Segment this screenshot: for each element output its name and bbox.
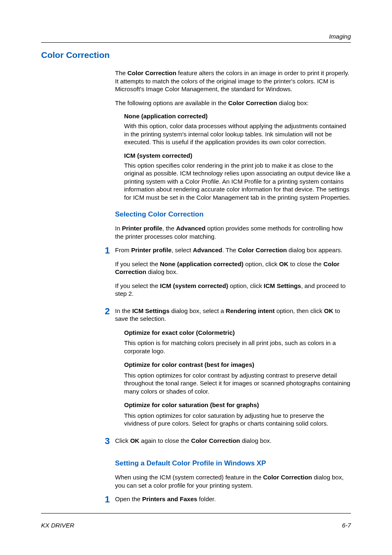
header-rule bbox=[41, 42, 351, 43]
step-para: Open the Printers and Faxes folder. bbox=[115, 495, 351, 503]
bold-text: OK bbox=[324, 307, 334, 314]
step-2: 2 In the ICM Settings dialog box, select… bbox=[105, 307, 351, 433]
option-title: Optimize for exact color (Colormetric) bbox=[124, 329, 351, 337]
bold-text: Printer profile bbox=[122, 225, 162, 232]
bold-text: Rendering intent bbox=[226, 307, 274, 314]
option-body: This option optimizes for color contrast… bbox=[124, 371, 351, 396]
intro-para-1: The Color Correction feature alters the … bbox=[115, 69, 351, 93]
text: option, click bbox=[244, 260, 279, 267]
text: dialog box: bbox=[277, 99, 309, 106]
text: In bbox=[115, 225, 122, 232]
bold-text: OK bbox=[279, 260, 288, 267]
text: If you select the bbox=[115, 260, 160, 267]
text: , the bbox=[162, 225, 176, 232]
text: If you select the bbox=[115, 282, 160, 289]
bold-text: Color Correction bbox=[127, 69, 176, 76]
text: The bbox=[115, 69, 127, 76]
bold-text: Color Correction bbox=[238, 246, 287, 253]
option-contrast: Optimize for color contrast (best for im… bbox=[124, 361, 351, 395]
sec2-intro: When using the ICM (system corrected) fe… bbox=[115, 473, 351, 489]
footer-left: KX DRIVER bbox=[41, 522, 74, 529]
bold-text: ICM Settings bbox=[264, 282, 301, 289]
option-body: This option is for matching colors preci… bbox=[124, 339, 351, 355]
step-number: 2 bbox=[105, 307, 115, 433]
text: dialog box appears. bbox=[287, 246, 342, 253]
heading-setting-default-profile: Setting a Default Color Profile in Windo… bbox=[115, 459, 351, 467]
step-para: If you select the ICM (system corrected)… bbox=[115, 282, 351, 298]
option-body: This option optimizes for color saturati… bbox=[124, 412, 351, 428]
option-saturation: Optimize for color saturation (best for … bbox=[124, 401, 351, 428]
step-para: In the ICM Settings dialog box, select a… bbox=[115, 307, 351, 323]
text: folder. bbox=[197, 495, 216, 502]
sec1-intro: In Printer profile, the Advanced option … bbox=[115, 224, 351, 240]
bold-text: None (application corrected) bbox=[160, 260, 243, 267]
text: option, click bbox=[228, 282, 264, 289]
bold-text: Advanced bbox=[176, 225, 205, 232]
heading-color-correction: Color Correction bbox=[41, 50, 351, 60]
text: The following options are available in t… bbox=[115, 99, 228, 106]
text: option, then click bbox=[274, 307, 324, 314]
definition-body: With this option, color data processes w… bbox=[124, 122, 351, 146]
definition-none: None (application corrected) With this o… bbox=[124, 113, 351, 146]
definition-title: ICM (system corrected) bbox=[124, 152, 351, 159]
text: Click bbox=[115, 437, 130, 444]
bold-text: Color Correction bbox=[228, 99, 277, 106]
bold-text: OK bbox=[130, 437, 140, 444]
footer-rule bbox=[41, 513, 351, 514]
bold-text: Printer profile bbox=[131, 246, 171, 253]
bold-text: Color Correction bbox=[191, 437, 240, 444]
intro-para-2: The following options are available in t… bbox=[115, 99, 351, 107]
heading-selecting-color-correction: Selecting Color Correction bbox=[115, 210, 351, 219]
text: From bbox=[115, 246, 131, 253]
sec2-step-1: 1 Open the Printers and Faxes folder. bbox=[105, 495, 351, 509]
text: again to close the bbox=[139, 437, 191, 444]
footer-right: 6-7 bbox=[342, 522, 351, 529]
option-title: Optimize for color contrast (best for im… bbox=[124, 361, 351, 369]
page-header-section: Imaging bbox=[41, 33, 351, 40]
text: In the bbox=[115, 307, 132, 314]
text: to close the bbox=[288, 260, 323, 267]
step-para: Click OK again to close the Color Correc… bbox=[115, 437, 351, 445]
option-colormetric: Optimize for exact color (Colormetric) T… bbox=[124, 329, 351, 355]
page-footer: KX DRIVER 6-7 bbox=[41, 522, 351, 529]
bold-text: Printers and Faxes bbox=[142, 495, 197, 502]
step-3: 3 Click OK again to close the Color Corr… bbox=[105, 437, 351, 451]
bold-text: Color Correction bbox=[263, 474, 312, 481]
definition-title: None (application corrected) bbox=[124, 113, 351, 120]
bold-text: ICM Settings bbox=[132, 307, 170, 314]
option-title: Optimize for color saturation (best for … bbox=[124, 401, 351, 409]
text: Open the bbox=[115, 495, 142, 502]
text: dialog box. bbox=[146, 268, 178, 275]
step-para: From Printer profile, select Advanced. T… bbox=[115, 246, 351, 254]
step-para: If you select the None (application corr… bbox=[115, 260, 351, 276]
text: . The bbox=[222, 246, 238, 253]
bold-text: ICM (system corrected) bbox=[160, 282, 228, 289]
step-number: 1 bbox=[105, 495, 115, 509]
text: dialog box. bbox=[240, 437, 272, 444]
text: dialog box, select a bbox=[170, 307, 226, 314]
definition-body: This option specifies color rendering in… bbox=[124, 161, 351, 202]
step-1: 1 From Printer profile, select Advanced.… bbox=[105, 246, 351, 304]
step-number: 3 bbox=[105, 437, 115, 451]
text: When using the ICM (system corrected) fe… bbox=[115, 474, 263, 481]
bold-text: Advanced bbox=[193, 246, 222, 253]
text: , select bbox=[172, 246, 193, 253]
definition-icm: ICM (system corrected) This option speci… bbox=[124, 152, 351, 202]
step-number: 1 bbox=[105, 246, 115, 304]
